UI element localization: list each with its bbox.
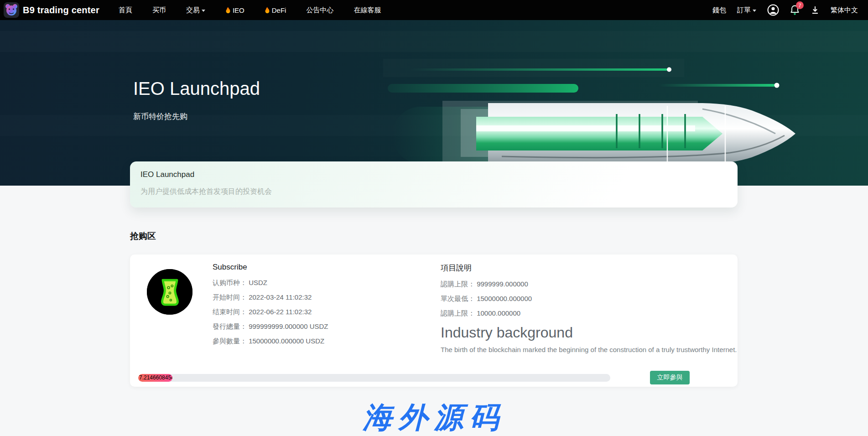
download-icon bbox=[811, 5, 820, 15]
detail-row: 單次最低： 15000000.000000 bbox=[441, 295, 738, 303]
hero-subtitle: 新币特价抢先购 bbox=[133, 111, 187, 122]
nav-item-trade[interactable]: 交易 bbox=[186, 6, 205, 15]
hero-banner: IEO Launchpad 新币特价抢先购 bbox=[0, 20, 868, 186]
profile-button[interactable] bbox=[767, 4, 779, 16]
intro-card: IEO Launchpad 为用户提供低成本抢首发项目的投资机会 bbox=[130, 161, 738, 208]
progress-bar: 7.2146608454 bbox=[138, 374, 610, 382]
hero-title: IEO Launchpad bbox=[133, 78, 260, 99]
subscription-title: Subscribe bbox=[213, 263, 328, 272]
section-heading: 抢购区 bbox=[130, 230, 868, 242]
chevron-down-icon bbox=[753, 10, 756, 12]
industry-background-text: The birth of the blockchain marked the b… bbox=[441, 346, 738, 353]
flame-icon bbox=[225, 7, 231, 14]
hero-band bbox=[0, 115, 868, 136]
nav-item-support[interactable]: 在線客服 bbox=[353, 6, 381, 15]
top-navbar: B9 trading center 首頁 买币 交易 IEO DeFi 公告中心… bbox=[0, 0, 868, 20]
user-avatar-icon bbox=[767, 4, 779, 16]
progress-fill: 7.2146608454 bbox=[138, 374, 172, 382]
project-description: 項目說明 認購上限： 9999999.000000 單次最低： 15000000… bbox=[441, 263, 738, 353]
nav-item-orders[interactable]: 訂單 bbox=[737, 6, 756, 15]
detail-row: 發行總量： 999999999.000000 USDZ bbox=[213, 322, 328, 331]
detail-row: 开始时间： 2022-03-24 11:02:32 bbox=[213, 293, 328, 302]
subscription-details: Subscribe 认购币种： USDZ 开始时间： 2022-03-24 11… bbox=[213, 263, 328, 352]
nav-item-defi[interactable]: DeFi bbox=[265, 6, 286, 14]
detail-row: 認購上限： 10000.000000 bbox=[441, 309, 738, 318]
brand-logo-icon bbox=[4, 2, 19, 18]
project-coin-icon bbox=[147, 269, 192, 315]
brand[interactable]: B9 trading center bbox=[4, 2, 99, 18]
nav-item-ieo[interactable]: IEO bbox=[225, 6, 244, 14]
detail-row: 认购币种： USDZ bbox=[213, 279, 328, 287]
detail-row: 结束时间： 2022-06-22 11:02:32 bbox=[213, 308, 328, 317]
nav-item-announcements[interactable]: 公告中心 bbox=[306, 6, 333, 15]
notifications-button[interactable]: 7 bbox=[790, 5, 800, 16]
nav-item-wallet[interactable]: 錢包 bbox=[712, 6, 726, 15]
industry-background-title: Industry background bbox=[441, 324, 738, 341]
hero-band bbox=[0, 31, 868, 52]
intro-card-description: 为用户提供低成本抢首发项目的投资机会 bbox=[140, 187, 727, 197]
nav-menu: 首頁 买币 交易 IEO DeFi 公告中心 在線客服 bbox=[119, 6, 381, 15]
watermark-text: 海外源码 bbox=[363, 398, 505, 436]
progress-row: 7.2146608454 立即參與 bbox=[138, 371, 729, 384]
nav-item-home[interactable]: 首頁 bbox=[119, 6, 132, 15]
download-app-button[interactable] bbox=[811, 5, 820, 15]
flame-icon bbox=[265, 7, 270, 14]
nav-right: 錢包 訂單 7 繁体中文 bbox=[712, 4, 858, 16]
nav-item-buy[interactable]: 买币 bbox=[152, 6, 166, 15]
join-now-button[interactable]: 立即參與 bbox=[650, 371, 690, 384]
project-info-title: 項目說明 bbox=[441, 263, 738, 273]
notification-badge: 7 bbox=[796, 1, 804, 9]
subscription-card: Subscribe 认购币种： USDZ 开始时间： 2022-03-24 11… bbox=[130, 254, 738, 387]
detail-row: 認購上限： 9999999.000000 bbox=[441, 280, 738, 289]
detail-row: 參與數量： 15000000.000000 USDZ bbox=[213, 337, 328, 346]
language-selector[interactable]: 繁体中文 bbox=[831, 6, 858, 15]
chevron-down-icon bbox=[202, 10, 205, 12]
button-zone: 立即參與 bbox=[610, 371, 729, 384]
brand-name: B9 trading center bbox=[23, 5, 99, 16]
intro-card-title: IEO Launchpad bbox=[140, 170, 727, 179]
